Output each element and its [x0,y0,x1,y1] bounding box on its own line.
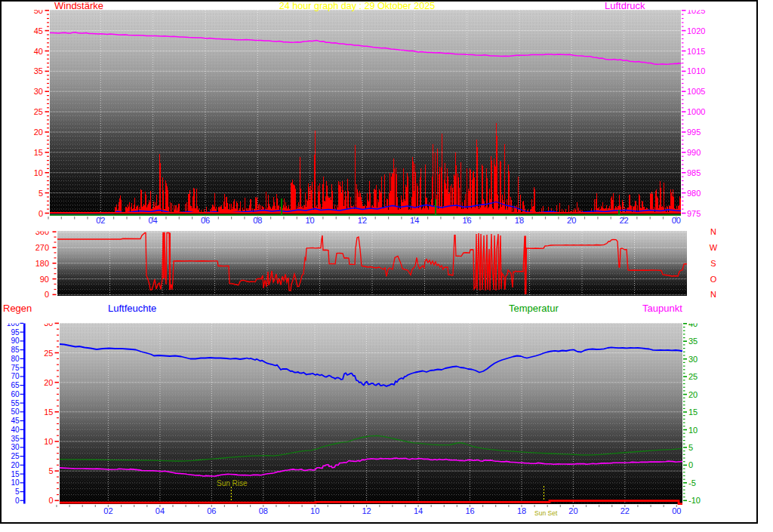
svg-text:1025: 1025 [687,6,705,15]
svg-text:N: N [710,290,716,299]
svg-text:990: 990 [687,148,701,157]
svg-text:270: 270 [35,243,49,252]
svg-text:18: 18 [515,216,524,225]
svg-text:60: 60 [11,390,20,398]
svg-text:-5: -5 [688,478,696,487]
svg-text:1005: 1005 [687,87,705,96]
svg-text:16: 16 [462,216,471,225]
svg-text:5: 5 [688,443,693,452]
svg-text:Sun Set: Sun Set [534,509,558,517]
svg-text:10: 10 [44,437,53,446]
svg-text:08: 08 [259,506,268,515]
svg-text:5: 5 [38,189,43,198]
svg-text:45: 45 [11,417,20,425]
svg-text:5: 5 [15,487,20,496]
svg-text:995: 995 [687,128,701,137]
svg-text:04: 04 [148,216,157,225]
svg-text:02: 02 [103,506,112,515]
svg-text:85: 85 [11,346,20,354]
svg-text:Luftdruck: Luftdruck [605,0,645,11]
svg-text:985: 985 [687,168,701,177]
svg-text:15: 15 [688,407,698,417]
svg-text:06: 06 [201,216,210,225]
svg-text:25: 25 [44,349,53,358]
svg-text:40: 40 [34,47,43,56]
svg-text:25: 25 [34,107,43,116]
svg-text:14: 14 [414,506,423,515]
svg-text:30: 30 [11,443,20,451]
svg-text:0: 0 [38,209,43,218]
svg-text:25: 25 [11,452,20,460]
svg-text:20: 20 [11,461,20,469]
svg-text:Taupunkt: Taupunkt [642,303,682,314]
svg-text:10: 10 [34,168,43,177]
svg-text:5: 5 [48,466,53,475]
svg-text:65: 65 [11,381,20,389]
svg-text:18: 18 [517,506,526,515]
svg-text:14: 14 [410,216,419,225]
svg-text:20: 20 [568,506,577,515]
svg-text:15: 15 [44,407,53,417]
svg-text:75: 75 [11,364,20,372]
svg-text:50: 50 [11,407,20,416]
svg-text:0: 0 [48,496,53,505]
svg-text:10: 10 [305,216,314,225]
svg-text:100: 100 [7,319,20,328]
svg-text:40: 40 [11,426,20,434]
svg-text:0: 0 [15,497,20,505]
svg-text:980: 980 [687,189,701,198]
svg-text:20: 20 [567,216,576,225]
svg-text:70: 70 [11,372,20,380]
svg-text:S: S [710,259,716,268]
svg-text:55: 55 [11,399,20,407]
svg-text:24 hour graph day : 29 Oktober: 24 hour graph day : 29 Oktober 2025 [279,1,436,11]
svg-text:35: 35 [688,337,698,346]
svg-text:22: 22 [621,506,630,515]
svg-text:00: 00 [672,216,681,225]
svg-text:22: 22 [619,216,628,225]
svg-text:Regen: Regen [3,303,32,314]
svg-text:W: W [710,243,718,252]
svg-text:Sun Rise: Sun Rise [217,479,248,487]
svg-text:00: 00 [672,506,681,515]
svg-text:1020: 1020 [687,26,705,35]
svg-text:90: 90 [11,337,20,345]
svg-text:90: 90 [40,275,49,284]
svg-text:O: O [710,275,717,284]
svg-text:15: 15 [34,148,43,157]
svg-text:10: 10 [11,478,20,487]
svg-text:06: 06 [207,506,216,515]
svg-text:08: 08 [253,216,262,225]
svg-text:Temperatur: Temperatur [509,303,559,314]
svg-text:35: 35 [11,435,20,443]
svg-text:25: 25 [688,372,698,381]
svg-text:15: 15 [11,470,20,478]
svg-text:Windstärke: Windstärke [54,0,103,11]
svg-text:975: 975 [687,209,701,218]
svg-text:Luftfeuchte: Luftfeuchte [108,303,156,314]
svg-text:0: 0 [45,290,49,299]
svg-text:50: 50 [34,6,43,15]
svg-text:20: 20 [44,378,53,387]
svg-text:80: 80 [11,355,20,363]
svg-text:12: 12 [362,506,371,515]
svg-text:45: 45 [34,26,43,35]
svg-text:10: 10 [310,506,319,515]
svg-text:0: 0 [688,460,693,469]
svg-text:1000: 1000 [687,107,705,116]
svg-text:95: 95 [11,328,20,337]
svg-text:12: 12 [358,216,367,225]
svg-text:1015: 1015 [687,47,705,56]
svg-text:30: 30 [688,355,698,364]
svg-text:04: 04 [156,506,165,515]
svg-text:1010: 1010 [687,66,705,75]
svg-text:180: 180 [35,259,49,268]
svg-text:30: 30 [34,87,43,96]
svg-text:35: 35 [34,66,43,75]
svg-text:10: 10 [688,426,698,435]
svg-text:16: 16 [465,506,474,515]
svg-text:40: 40 [688,319,698,328]
svg-text:30: 30 [44,318,53,328]
svg-text:N: N [710,227,716,236]
svg-text:02: 02 [96,216,105,225]
